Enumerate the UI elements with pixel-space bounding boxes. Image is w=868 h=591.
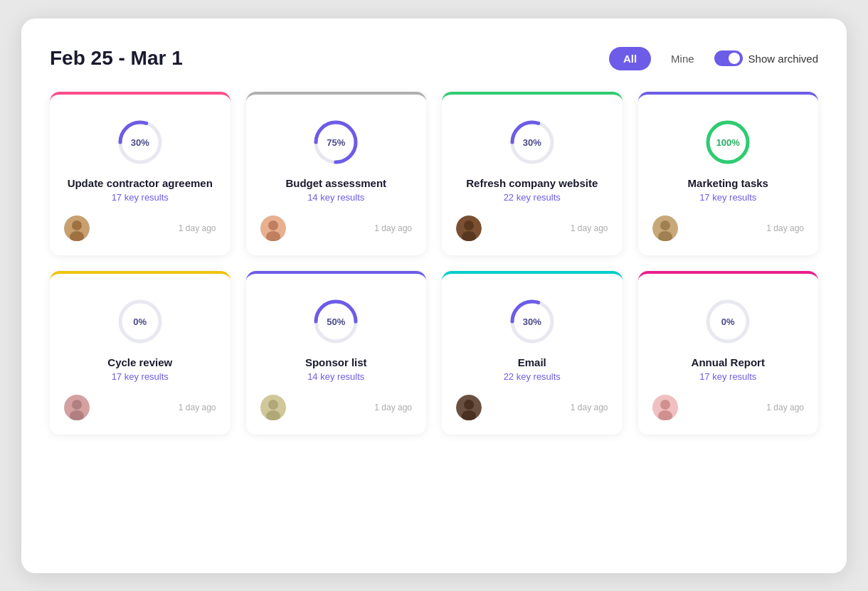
card-key-results[interactable]: 14 key results — [307, 371, 364, 382]
task-card[interactable]: 100% Marketing tasks 17 key results 1 da… — [638, 92, 819, 255]
task-card[interactable]: 30% Email 22 key results 1 day ago — [442, 271, 623, 435]
header-controls: All Mine Show archived — [609, 47, 818, 70]
card-footer: 1 day ago — [652, 215, 805, 241]
avatar — [456, 215, 482, 241]
progress-circle: 0% — [703, 297, 753, 346]
card-title: Budget assessment — [285, 177, 386, 189]
card-footer: 1 day ago — [456, 215, 608, 241]
progress-circle: 30% — [507, 117, 557, 167]
card-key-results[interactable]: 17 key results — [112, 371, 169, 382]
svg-point-32 — [464, 400, 474, 410]
card-progress-section: 30% — [507, 297, 557, 346]
card-title: Refresh company website — [466, 177, 598, 189]
card-title: Annual Report — [692, 356, 765, 368]
cards-grid: 30% Update contractor agreemen 17 key re… — [50, 92, 818, 435]
progress-circle: 0% — [115, 297, 165, 346]
progress-label: 50% — [327, 316, 345, 326]
card-progress-section: 30% — [507, 117, 557, 167]
card-title: Marketing tasks — [688, 177, 768, 189]
task-card[interactable]: 0% Cycle review 17 key results 1 day ago — [50, 271, 231, 435]
card-progress-section: 75% — [311, 117, 361, 167]
svg-point-22 — [72, 400, 82, 410]
timestamp: 1 day ago — [571, 403, 608, 412]
card-key-results[interactable]: 22 key results — [504, 371, 561, 382]
card-title: Cycle review — [107, 356, 172, 368]
avatar — [652, 395, 678, 420]
progress-label: 0% — [721, 316, 735, 326]
card-progress-section: 0% — [703, 297, 753, 346]
card-key-results[interactable]: 22 key results — [504, 192, 561, 203]
task-card[interactable]: 30% Update contractor agreemen 17 key re… — [50, 92, 231, 255]
progress-label: 30% — [523, 316, 541, 326]
card-key-results[interactable]: 17 key results — [112, 192, 169, 203]
task-card[interactable]: 0% Annual Report 17 key results 1 day ag… — [638, 271, 819, 435]
task-card[interactable]: 50% Sponsor list 14 key results 1 day ag… — [246, 271, 427, 435]
card-title: Email — [518, 356, 546, 368]
progress-circle: 30% — [115, 117, 165, 167]
timestamp: 1 day ago — [766, 403, 804, 412]
timestamp: 1 day ago — [374, 403, 412, 412]
card-footer: 1 day ago — [456, 395, 608, 420]
card-footer: 1 day ago — [652, 395, 805, 420]
mine-button[interactable]: Mine — [660, 47, 706, 70]
svg-point-8 — [268, 220, 278, 230]
app-container: Feb 25 - Mar 1 All Mine Show archived 30… — [21, 18, 847, 573]
card-title: Update contractor agreemen — [68, 177, 213, 189]
show-archived-toggle[interactable]: Show archived — [714, 50, 818, 66]
header: Feb 25 - Mar 1 All Mine Show archived — [50, 47, 818, 70]
svg-point-13 — [464, 220, 474, 230]
svg-point-36 — [660, 400, 670, 410]
timestamp: 1 day ago — [179, 223, 216, 233]
avatar — [652, 215, 678, 241]
svg-point-27 — [268, 400, 278, 410]
avatar — [64, 215, 90, 241]
task-card[interactable]: 30% Refresh company website 22 key resul… — [442, 92, 623, 255]
card-key-results[interactable]: 14 key results — [307, 192, 364, 203]
avatar — [260, 395, 286, 420]
timestamp: 1 day ago — [374, 223, 412, 233]
timestamp: 1 day ago — [766, 223, 804, 233]
page-title: Feb 25 - Mar 1 — [50, 47, 183, 70]
card-footer: 1 day ago — [260, 215, 413, 241]
progress-circle: 100% — [703, 117, 753, 167]
card-progress-section: 100% — [703, 117, 753, 167]
card-key-results[interactable]: 17 key results — [699, 371, 756, 382]
avatar — [64, 395, 90, 420]
task-card[interactable]: 75% Budget assessment 14 key results 1 d… — [246, 92, 427, 255]
avatar — [260, 215, 286, 241]
progress-label: 30% — [523, 137, 541, 147]
toggle-switch-icon[interactable] — [714, 50, 743, 66]
card-footer: 1 day ago — [64, 395, 216, 420]
svg-point-3 — [72, 220, 82, 230]
progress-circle: 75% — [311, 117, 361, 167]
timestamp: 1 day ago — [571, 223, 608, 233]
card-progress-section: 0% — [115, 297, 165, 346]
card-footer: 1 day ago — [260, 395, 413, 420]
toggle-label: Show archived — [748, 53, 818, 65]
card-progress-section: 30% — [115, 117, 165, 167]
card-key-results[interactable]: 17 key results — [699, 192, 756, 203]
progress-label: 100% — [716, 137, 740, 147]
timestamp: 1 day ago — [179, 403, 216, 412]
progress-circle: 50% — [311, 297, 361, 346]
progress-circle: 30% — [507, 297, 557, 346]
svg-point-18 — [660, 220, 670, 230]
all-button[interactable]: All — [609, 47, 651, 70]
progress-label: 75% — [327, 137, 345, 147]
progress-label: 30% — [131, 137, 149, 147]
card-title: Sponsor list — [305, 356, 367, 368]
avatar — [456, 395, 482, 420]
progress-label: 0% — [133, 316, 147, 326]
card-footer: 1 day ago — [64, 215, 216, 241]
card-progress-section: 50% — [311, 297, 361, 346]
